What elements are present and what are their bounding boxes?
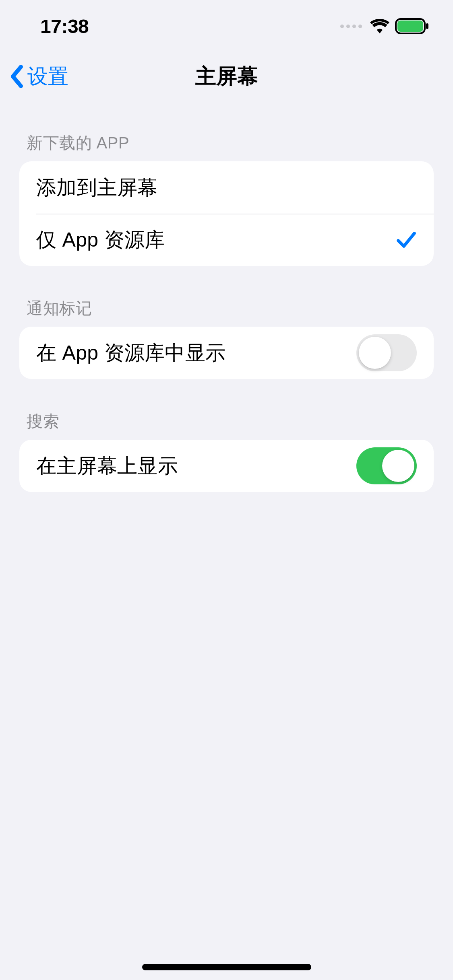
svg-rect-1 (397, 21, 423, 32)
nav-bar: 设置 主屏幕 (0, 52, 453, 101)
group-badges: 在 App 资源库中显示 (19, 327, 434, 379)
row-add-to-home[interactable]: 添加到主屏幕 (19, 161, 434, 214)
status-bar: 17:38 (0, 0, 453, 52)
row-show-in-app-library: 在 App 资源库中显示 (19, 327, 434, 379)
group-search: 在主屏幕上显示 (19, 440, 434, 492)
section-header-badges: 通知标记 (19, 266, 434, 327)
back-label: 设置 (27, 63, 68, 91)
page-title: 主屏幕 (195, 62, 258, 91)
checkmark-icon (396, 229, 417, 250)
status-icons (340, 18, 429, 34)
home-indicator[interactable] (142, 964, 311, 970)
section-header-search: 搜索 (19, 379, 434, 440)
toggle-show-in-app-library[interactable] (356, 334, 417, 371)
switch-knob (359, 337, 391, 369)
chevron-left-icon (10, 64, 24, 89)
switch-knob (382, 450, 414, 482)
row-label: 在主屏幕上显示 (36, 453, 178, 480)
row-show-on-home: 在主屏幕上显示 (19, 440, 434, 492)
status-time: 17:38 (40, 15, 89, 37)
group-new-apps: 添加到主屏幕 仅 App 资源库 (19, 161, 434, 266)
row-label: 在 App 资源库中显示 (36, 340, 225, 366)
row-label: 仅 App 资源库 (36, 226, 165, 253)
toggle-show-on-home[interactable] (356, 447, 417, 484)
content: 新下载的 APP 添加到主屏幕 仅 App 资源库 通知标记 在 App 资源库… (0, 101, 453, 492)
row-app-library-only[interactable]: 仅 App 资源库 (19, 214, 434, 266)
cellular-dots-icon (340, 25, 362, 28)
row-label: 添加到主屏幕 (36, 174, 158, 201)
section-header-new-apps: 新下载的 APP (19, 101, 434, 161)
back-button[interactable]: 设置 (10, 63, 68, 91)
svg-rect-2 (426, 23, 428, 29)
battery-icon (395, 18, 429, 34)
wifi-icon (370, 19, 389, 33)
